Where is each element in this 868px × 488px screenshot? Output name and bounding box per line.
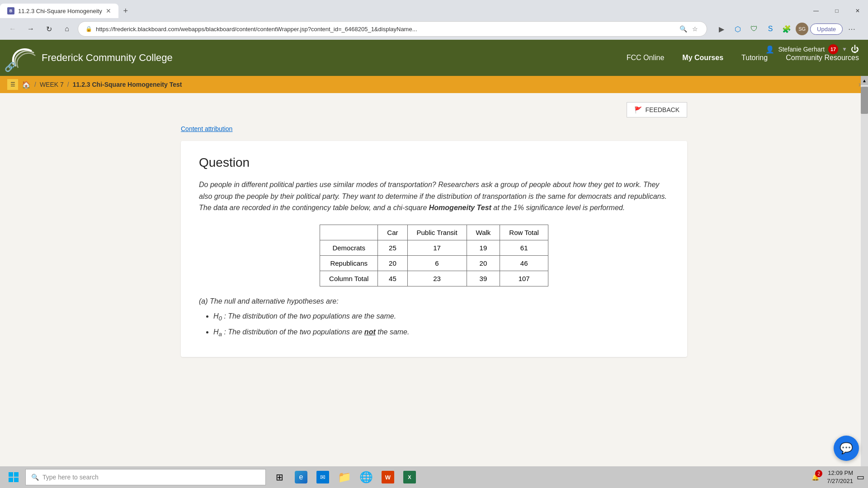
taskbar: 🔍 Type here to search ⊞ e ✉ 📁 🌐 W X 🔔 2 … — [0, 466, 868, 488]
ha-symbol: Ha — [213, 328, 222, 336]
chat-button[interactable]: 💬 — [834, 436, 859, 461]
taskbar-center: ⊞ e ✉ 📁 🌐 W X — [269, 467, 420, 487]
office-icon: W — [382, 471, 394, 483]
row-label-democrats: Democrats — [320, 240, 378, 255]
ha-end-text: the same. — [377, 328, 409, 336]
close-btn[interactable]: ✕ — [847, 2, 868, 20]
taskbar-clock: 12:09 PM 7/27/2021 — [827, 469, 853, 485]
media-icon[interactable]: ▶ — [714, 22, 729, 36]
chrome-taskbar-icon[interactable]: 🌐 — [356, 467, 376, 487]
svg-rect-3 — [14, 478, 19, 482]
cell-col-walk: 39 — [467, 271, 500, 286]
vpn-icon[interactable]: 🛡 — [747, 22, 761, 36]
tab-title: 11.2.3 Chi-Square Homogeneity — [18, 8, 102, 14]
hypothesis-h0: H0 : The distribution of the two populat… — [213, 311, 669, 323]
content-inner: 🚩 FEEDBACK Content attribution Question … — [163, 102, 705, 357]
refresh-btn[interactable]: ↻ — [42, 22, 56, 36]
files-icon: 📁 — [338, 471, 351, 483]
col-header-walk: Walk — [467, 225, 500, 240]
svg-rect-0 — [9, 472, 13, 477]
lock-icon: 🔒 — [85, 26, 92, 32]
table-row: Column Total 45 23 39 107 — [320, 271, 548, 286]
cell-col-car: 45 — [378, 271, 407, 286]
search-url-icon[interactable]: 🔍 — [679, 24, 688, 33]
question-body-text2: at the 1% significance level is performe… — [493, 204, 625, 211]
address-bar: ← → ↻ ⌂ 🔒 https://frederick.blackboard.c… — [0, 18, 868, 40]
row-label-republicans: Republicans — [320, 255, 378, 271]
h0-text: : The distribution of the two population… — [224, 312, 396, 320]
nav-community-resources[interactable]: Community Resources — [786, 54, 859, 62]
search-bar[interactable]: 🔍 Type here to search — [25, 469, 266, 485]
col-header-car: Car — [378, 225, 407, 240]
tab-favicon: B — [7, 7, 14, 14]
scroll-up-btn[interactable]: ▲ — [861, 76, 868, 85]
edge-icon[interactable]: ⬡ — [731, 22, 745, 36]
taskview-icon[interactable]: ⊞ — [269, 467, 289, 487]
new-tab-btn[interactable]: + — [118, 4, 133, 18]
windows-logo — [9, 472, 19, 482]
hypothesis-ha: Ha : The distribution of the two populat… — [213, 327, 669, 339]
active-tab[interactable]: B 11.2.3 Chi-Square Homogeneity ✕ — [0, 4, 118, 18]
cell-dem-total: 61 — [500, 240, 548, 255]
forward-btn[interactable]: → — [24, 22, 38, 36]
table-header-row: Car Public Transit Walk Row Total — [320, 225, 548, 240]
feedback-button[interactable]: 🚩 FEEDBACK — [627, 102, 687, 117]
col-header-empty — [320, 225, 378, 240]
cell-col-transit: 23 — [407, 271, 467, 286]
cell-rep-car: 20 — [378, 255, 407, 271]
back-btn[interactable]: ← — [5, 22, 20, 36]
homogeneity-term: Homogeneity Test — [429, 204, 491, 211]
nav-fcc-online[interactable]: FCC Online — [627, 54, 665, 62]
scroll-thumb[interactable] — [861, 87, 868, 114]
update-button[interactable]: Update — [810, 23, 843, 35]
cell-rep-total: 46 — [500, 255, 548, 271]
excel-taskbar-icon[interactable]: X — [400, 467, 420, 487]
home-btn[interactable]: ⌂ — [60, 22, 74, 36]
search-placeholder: Type here to search — [42, 474, 99, 481]
extensions-icon[interactable]: 🧩 — [779, 22, 794, 36]
menu-icon[interactable]: ⋯ — [844, 22, 859, 36]
home-icon[interactable]: 🏠 — [22, 80, 31, 89]
url-icons: 🔍 ☆ — [679, 24, 699, 33]
minimize-btn[interactable]: ― — [806, 2, 826, 20]
url-bar[interactable]: 🔒 https://frederick.blackboard.com/webap… — [78, 21, 707, 37]
mail-taskbar-icon[interactable]: ✉ — [313, 467, 333, 487]
ha-not-text: not — [364, 328, 376, 336]
table-row: Democrats 25 17 19 61 — [320, 240, 548, 255]
fcc-logo: Frederick Community College — [9, 47, 173, 69]
edge-taskbar-icon[interactable]: e — [291, 467, 311, 487]
files-taskbar-icon[interactable]: 📁 — [335, 467, 354, 487]
svg-rect-1 — [14, 472, 19, 477]
user-badge: 17 — [828, 44, 838, 54]
start-button[interactable] — [4, 468, 24, 486]
hypotheses-label: (a) The null and alternative hypotheses … — [199, 297, 669, 305]
question-card: Question Do people in different politica… — [181, 141, 687, 357]
hypothesis-list: H0 : The distribution of the two populat… — [199, 311, 669, 339]
college-name: Frederick Community College — [42, 52, 173, 64]
menu-breadcrumb-icon[interactable]: ☰ — [7, 79, 18, 90]
dropdown-icon[interactable]: ▼ — [842, 46, 847, 52]
scrollbar[interactable]: ▲ — [861, 76, 868, 466]
star-icon[interactable]: ☆ — [690, 24, 699, 33]
nav-my-courses[interactable]: My Courses — [682, 54, 723, 62]
tab-bar: B 11.2.3 Chi-Square Homogeneity ✕ + ― □ … — [0, 0, 868, 18]
nav-tutoring[interactable]: Tutoring — [741, 54, 768, 62]
office-taskbar-icon[interactable]: W — [378, 467, 398, 487]
cell-col-total: 107 — [500, 271, 548, 286]
notification-icon[interactable]: 🔔 2 — [807, 469, 823, 485]
cell-dem-walk: 19 — [467, 240, 500, 255]
table-row: Republicans 20 6 20 46 — [320, 255, 548, 271]
taskbar-right: 🔔 2 12:09 PM 7/27/2021 ▭ — [807, 469, 864, 485]
show-desktop-btn[interactable]: ▭ — [857, 472, 864, 482]
tab-close-btn[interactable]: ✕ — [106, 7, 111, 14]
power-icon[interactable]: ⏻ — [851, 45, 859, 54]
maximize-btn[interactable]: □ — [826, 2, 847, 20]
content-attribution[interactable]: Content attribution — [181, 125, 687, 133]
skype-icon[interactable]: S — [763, 22, 778, 36]
search-icon: 🔍 — [31, 474, 39, 481]
user-name: Stefanie Gerhart — [778, 46, 825, 53]
edge-icon: e — [295, 471, 307, 483]
attribution-link[interactable]: Content attribution — [181, 125, 232, 132]
row-label-col-total: Column Total — [320, 271, 378, 286]
profile-avatar[interactable]: SG — [796, 23, 808, 35]
